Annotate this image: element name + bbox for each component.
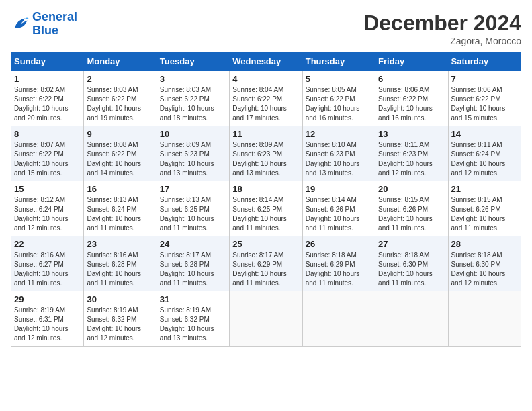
day-number: 20 (378, 184, 445, 194)
day-number: 9 (87, 129, 153, 139)
calendar-cell: 23Sunrise: 8:16 AM Sunset: 6:28 PM Dayli… (84, 236, 157, 291)
day-number: 25 (232, 239, 299, 249)
calendar-cell: 25Sunrise: 8:17 AM Sunset: 6:29 PM Dayli… (230, 236, 302, 291)
page-header: General Blue December 2024 Zagora, Moroc… (11, 11, 521, 46)
calendar-cell: 1Sunrise: 8:02 AM Sunset: 6:22 PM Daylig… (11, 71, 84, 126)
day-number: 19 (306, 184, 372, 194)
calendar-cell: 16Sunrise: 8:13 AM Sunset: 6:24 PM Dayli… (84, 181, 157, 236)
header-tuesday: Tuesday (157, 52, 229, 71)
calendar-cell (302, 291, 375, 347)
day-number: 12 (306, 129, 372, 139)
header-monday: Monday (84, 52, 157, 71)
day-info: Sunrise: 8:12 AM Sunset: 6:24 PM Dayligh… (14, 195, 81, 233)
calendar-cell: 18Sunrise: 8:14 AM Sunset: 6:25 PM Dayli… (230, 181, 302, 236)
logo: General Blue (11, 11, 77, 38)
day-info: Sunrise: 8:15 AM Sunset: 6:26 PM Dayligh… (451, 195, 518, 233)
day-number: 15 (14, 184, 81, 194)
calendar-cell: 30Sunrise: 8:19 AM Sunset: 6:32 PM Dayli… (84, 291, 157, 347)
calendar-cell (375, 291, 448, 347)
calendar-cell: 22Sunrise: 8:16 AM Sunset: 6:27 PM Dayli… (11, 236, 84, 291)
day-number: 1 (14, 74, 81, 84)
day-number: 14 (451, 129, 518, 139)
logo-text: General Blue (32, 11, 77, 38)
day-number: 24 (160, 239, 226, 249)
day-info: Sunrise: 8:17 AM Sunset: 6:29 PM Dayligh… (232, 250, 299, 288)
location: Zagora, Morocco (363, 36, 521, 46)
day-info: Sunrise: 8:16 AM Sunset: 6:28 PM Dayligh… (87, 250, 153, 288)
calendar-cell: 7Sunrise: 8:06 AM Sunset: 6:22 PM Daylig… (448, 71, 521, 126)
day-number: 3 (160, 74, 226, 84)
day-info: Sunrise: 8:07 AM Sunset: 6:22 PM Dayligh… (14, 140, 81, 178)
day-number: 26 (306, 239, 372, 249)
calendar-cell: 19Sunrise: 8:14 AM Sunset: 6:26 PM Dayli… (302, 181, 375, 236)
day-info: Sunrise: 8:03 AM Sunset: 6:22 PM Dayligh… (160, 85, 226, 123)
day-info: Sunrise: 8:15 AM Sunset: 6:26 PM Dayligh… (378, 195, 445, 233)
calendar-cell (448, 291, 521, 347)
calendar-cell: 29Sunrise: 8:19 AM Sunset: 6:31 PM Dayli… (11, 291, 84, 347)
day-info: Sunrise: 8:06 AM Sunset: 6:22 PM Dayligh… (451, 85, 518, 123)
calendar-week-4: 22Sunrise: 8:16 AM Sunset: 6:27 PM Dayli… (11, 236, 521, 291)
calendar-cell: 24Sunrise: 8:17 AM Sunset: 6:28 PM Dayli… (157, 236, 229, 291)
day-info: Sunrise: 8:19 AM Sunset: 6:32 PM Dayligh… (87, 306, 153, 343)
calendar-table: SundayMondayTuesdayWednesdayThursdayFrid… (11, 52, 521, 347)
day-number: 4 (232, 74, 299, 84)
calendar-cell: 11Sunrise: 8:09 AM Sunset: 6:23 PM Dayli… (230, 126, 302, 181)
day-number: 27 (378, 239, 445, 249)
calendar-cell: 17Sunrise: 8:13 AM Sunset: 6:25 PM Dayli… (157, 181, 229, 236)
day-info: Sunrise: 8:14 AM Sunset: 6:26 PM Dayligh… (306, 195, 372, 233)
header-friday: Friday (375, 52, 448, 71)
header-saturday: Saturday (448, 52, 521, 71)
calendar-cell (230, 291, 302, 347)
day-info: Sunrise: 8:18 AM Sunset: 6:29 PM Dayligh… (306, 250, 372, 288)
day-info: Sunrise: 8:10 AM Sunset: 6:23 PM Dayligh… (306, 140, 372, 178)
calendar-week-5: 29Sunrise: 8:19 AM Sunset: 6:31 PM Dayli… (11, 291, 521, 347)
calendar-cell: 20Sunrise: 8:15 AM Sunset: 6:26 PM Dayli… (375, 181, 448, 236)
day-info: Sunrise: 8:13 AM Sunset: 6:25 PM Dayligh… (160, 195, 226, 233)
day-info: Sunrise: 8:13 AM Sunset: 6:24 PM Dayligh… (87, 195, 153, 233)
header-thursday: Thursday (302, 52, 375, 71)
day-info: Sunrise: 8:05 AM Sunset: 6:22 PM Dayligh… (306, 85, 372, 123)
day-number: 5 (306, 74, 372, 84)
calendar-cell: 4Sunrise: 8:04 AM Sunset: 6:22 PM Daylig… (230, 71, 302, 126)
day-info: Sunrise: 8:03 AM Sunset: 6:22 PM Dayligh… (87, 85, 153, 123)
calendar-cell: 27Sunrise: 8:18 AM Sunset: 6:30 PM Dayli… (375, 236, 448, 291)
calendar-cell: 21Sunrise: 8:15 AM Sunset: 6:26 PM Dayli… (448, 181, 521, 236)
day-number: 6 (378, 74, 445, 84)
day-info: Sunrise: 8:19 AM Sunset: 6:32 PM Dayligh… (160, 306, 226, 343)
month-title: December 2024 (363, 11, 521, 36)
calendar-cell: 26Sunrise: 8:18 AM Sunset: 6:29 PM Dayli… (302, 236, 375, 291)
day-info: Sunrise: 8:02 AM Sunset: 6:22 PM Dayligh… (14, 85, 81, 123)
logo-icon (11, 15, 30, 34)
calendar-cell: 12Sunrise: 8:10 AM Sunset: 6:23 PM Dayli… (302, 126, 375, 181)
header-wednesday: Wednesday (230, 52, 302, 71)
calendar-cell: 2Sunrise: 8:03 AM Sunset: 6:22 PM Daylig… (84, 71, 157, 126)
calendar-cell: 14Sunrise: 8:11 AM Sunset: 6:24 PM Dayli… (448, 126, 521, 181)
day-info: Sunrise: 8:17 AM Sunset: 6:28 PM Dayligh… (160, 250, 226, 288)
day-info: Sunrise: 8:18 AM Sunset: 6:30 PM Dayligh… (378, 250, 445, 288)
calendar-cell: 10Sunrise: 8:09 AM Sunset: 6:23 PM Dayli… (157, 126, 229, 181)
day-number: 11 (232, 129, 299, 139)
day-number: 17 (160, 184, 226, 194)
calendar-cell: 5Sunrise: 8:05 AM Sunset: 6:22 PM Daylig… (302, 71, 375, 126)
calendar-cell: 31Sunrise: 8:19 AM Sunset: 6:32 PM Dayli… (157, 291, 229, 347)
calendar-cell: 6Sunrise: 8:06 AM Sunset: 6:22 PM Daylig… (375, 71, 448, 126)
day-info: Sunrise: 8:08 AM Sunset: 6:22 PM Dayligh… (87, 140, 153, 178)
calendar-cell: 8Sunrise: 8:07 AM Sunset: 6:22 PM Daylig… (11, 126, 84, 181)
day-number: 16 (87, 184, 153, 194)
day-info: Sunrise: 8:04 AM Sunset: 6:22 PM Dayligh… (232, 85, 299, 123)
day-info: Sunrise: 8:11 AM Sunset: 6:24 PM Dayligh… (451, 140, 518, 178)
calendar-cell: 28Sunrise: 8:18 AM Sunset: 6:30 PM Dayli… (448, 236, 521, 291)
day-number: 22 (14, 239, 81, 249)
day-info: Sunrise: 8:06 AM Sunset: 6:22 PM Dayligh… (378, 85, 445, 123)
day-info: Sunrise: 8:09 AM Sunset: 6:23 PM Dayligh… (160, 140, 226, 178)
day-number: 21 (451, 184, 518, 194)
calendar-cell: 9Sunrise: 8:08 AM Sunset: 6:22 PM Daylig… (84, 126, 157, 181)
header-sunday: Sunday (11, 52, 84, 71)
day-info: Sunrise: 8:09 AM Sunset: 6:23 PM Dayligh… (232, 140, 299, 178)
day-info: Sunrise: 8:11 AM Sunset: 6:23 PM Dayligh… (378, 140, 445, 178)
day-number: 30 (87, 294, 153, 304)
day-number: 29 (14, 294, 81, 304)
day-number: 18 (232, 184, 299, 194)
calendar-cell: 15Sunrise: 8:12 AM Sunset: 6:24 PM Dayli… (11, 181, 84, 236)
day-number: 28 (451, 239, 518, 249)
